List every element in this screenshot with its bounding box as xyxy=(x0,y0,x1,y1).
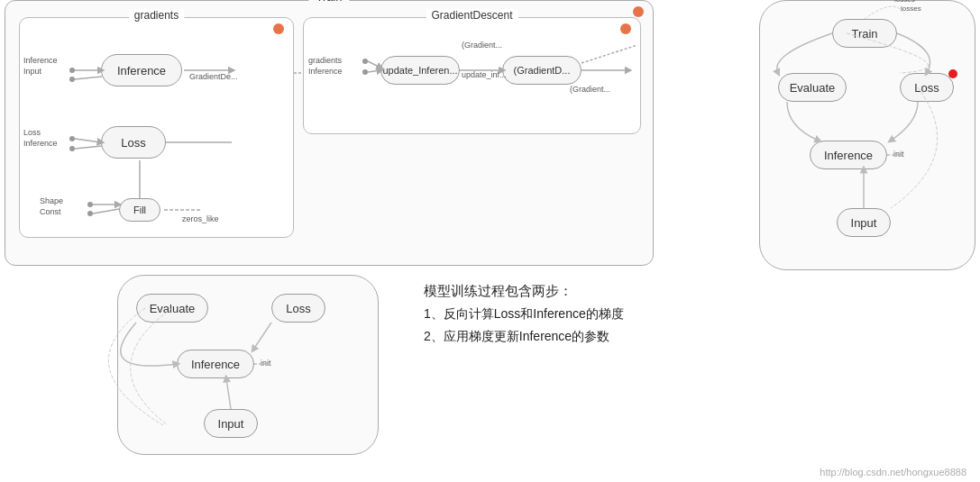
svg-point-5 xyxy=(69,77,75,82)
update-node: update_Inferen... xyxy=(380,56,460,85)
evaluate-node-right: Evaluate xyxy=(778,73,847,102)
gradients-box: gradients Inference Loss Fill Inference … xyxy=(19,17,294,238)
shape-label: Shape xyxy=(40,196,63,205)
loss-node-right: Loss xyxy=(900,73,954,102)
evaluate-node-bottom: Evaluate xyxy=(136,294,208,323)
text-section: 模型训练过程包含两步： 1、反向计算Loss和Inference的梯度 2、应用… xyxy=(424,279,775,348)
fill-node: Fill xyxy=(119,198,160,222)
init-label-bottom: init xyxy=(261,359,271,368)
text-intro: 模型训练过程包含两步： xyxy=(424,279,775,303)
input-node-bottom: Input xyxy=(204,409,258,438)
graddesc-small-label: GradientDe... xyxy=(189,72,238,81)
svg-point-18 xyxy=(362,69,368,75)
svg-line-17 xyxy=(368,61,380,68)
svg-point-9 xyxy=(69,146,75,151)
inference-node-main: Inference xyxy=(101,54,182,86)
loss-node-main: Loss xyxy=(101,126,166,159)
train-node-right: Train xyxy=(832,19,897,48)
svg-point-3 xyxy=(69,68,75,73)
graddesc-label: GradientDescent xyxy=(426,9,517,22)
svg-line-6 xyxy=(75,77,102,79)
loss-small-label2: Inference xyxy=(23,139,58,148)
left-diagram: Train gradients Inference Loss Fill Infe… xyxy=(5,0,654,266)
graddesc-right-label: (Gradient... xyxy=(570,85,610,94)
init-label-right: init xyxy=(893,150,904,159)
watermark: http://blog.csdn.net/hongxue8888 xyxy=(820,467,966,477)
svg-line-19 xyxy=(368,70,380,72)
svg-point-7 xyxy=(69,136,75,141)
graddesc-inner-node: (GradientD... xyxy=(502,56,582,85)
gradients-orange-dot xyxy=(273,23,284,34)
train-right-label2: losses xyxy=(901,5,921,13)
graddesc-orange-dot xyxy=(620,23,631,34)
loss-node-bottom: Loss xyxy=(271,294,325,323)
loss-red-dot xyxy=(948,69,957,78)
svg-line-14 xyxy=(93,209,119,214)
loss-small-label1: Loss xyxy=(23,128,41,137)
svg-point-16 xyxy=(362,59,368,64)
text-step2: 2、应用梯度更新Inference的参数 xyxy=(424,325,775,348)
right-outer-box: Train Evaluate Loss Inference Input init xyxy=(759,0,975,270)
bottom-outer-box: Evaluate Loss Inference Input init xyxy=(117,275,379,455)
input-node-right: Input xyxy=(837,208,891,237)
train-label: Train xyxy=(308,0,349,4)
text-step1: 1、反向计算Loss和Inference的梯度 xyxy=(424,303,775,325)
train-outer-box: Train gradients Inference Loss Fill Infe… xyxy=(5,0,654,266)
graddesc-box: GradientDescent gradients Inference upda… xyxy=(303,17,641,134)
graddesc-inference-label: Inference xyxy=(308,67,343,76)
gradients-label: gradients xyxy=(129,9,184,22)
inference-small-label: Inference xyxy=(23,56,58,65)
train-orange-dot xyxy=(633,6,644,17)
update-inf-label: update_inf... xyxy=(462,70,507,79)
right-diagram: Train Evaluate Loss Inference Input init xyxy=(759,0,975,275)
svg-line-26 xyxy=(226,378,231,409)
const-label: Const xyxy=(40,207,61,216)
graddesc-gradients-label: gradients xyxy=(308,56,342,65)
svg-point-11 xyxy=(87,202,93,207)
svg-line-22 xyxy=(582,45,637,63)
svg-line-10 xyxy=(75,146,102,149)
input-small-label: Input xyxy=(23,67,41,76)
bottom-diagram: Evaluate Loss Inference Input init xyxy=(117,275,379,459)
gradient-output-label: (Gradient... xyxy=(462,41,502,50)
svg-line-8 xyxy=(75,139,101,142)
svg-point-13 xyxy=(87,211,93,216)
svg-line-24 xyxy=(253,323,271,350)
train-right-label1: losses xyxy=(894,0,915,4)
inference-node-right: Inference xyxy=(810,141,887,169)
zeros-like-label: zeros_like xyxy=(182,214,219,223)
inference-node-bottom: Inference xyxy=(177,350,254,378)
